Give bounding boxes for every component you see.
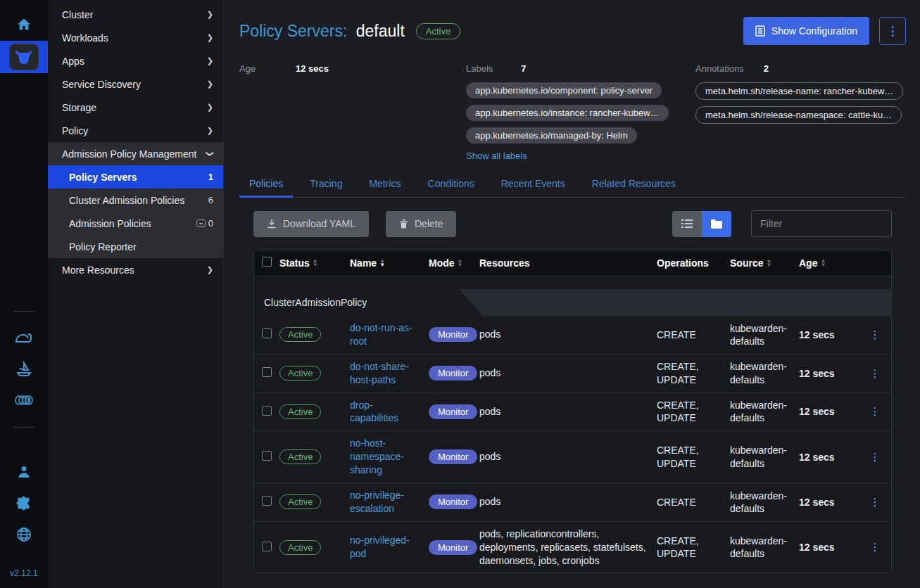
table-row[interactable]: Active do-not-run-as-root Monitor pods C…: [254, 316, 891, 354]
annotations-count: 2: [764, 63, 769, 74]
row-source: kubewarden-defaults: [730, 529, 799, 565]
row-checkbox[interactable]: [262, 406, 272, 416]
mode-badge: Monitor: [429, 540, 477, 555]
row-checkbox[interactable]: [262, 542, 272, 551]
row-age: 12 secs: [799, 536, 861, 558]
row-kebab-menu-button[interactable]: ⋮: [861, 367, 889, 380]
extensions-button[interactable]: [0, 488, 48, 519]
row-checkbox[interactable]: [262, 367, 272, 377]
cluster-shortcut-2[interactable]: [0, 354, 48, 385]
group-view-button[interactable]: [702, 211, 731, 237]
row-kebab-menu-button[interactable]: ⋮: [861, 496, 889, 509]
select-all-checkbox[interactable]: [262, 257, 272, 267]
row-source: kubewarden-defaults: [730, 317, 799, 353]
list-view-icon: [681, 219, 693, 228]
policy-name-link[interactable]: no-privilege-escalation: [350, 489, 424, 516]
sidebar-item-label: Policy: [62, 125, 207, 136]
row-checkbox[interactable]: [262, 496, 272, 506]
kubewarden-bull-icon: [9, 44, 39, 70]
chevron-right-icon: ❯: [207, 103, 213, 112]
policy-name-link[interactable]: no-privileged-pod: [350, 534, 424, 561]
column-header-status[interactable]: Status ▲▼: [279, 257, 350, 269]
table-row[interactable]: Active no-privileged-pod Monitor pods, r…: [254, 522, 891, 573]
row-kebab-menu-button[interactable]: ⋮: [861, 328, 889, 341]
policy-name-link[interactable]: do-not-run-as-root: [350, 321, 424, 348]
row-checkbox[interactable]: [262, 328, 272, 338]
row-operations: CREATE, UPDATE: [657, 529, 730, 565]
column-header-age[interactable]: Age ▲▼: [799, 257, 861, 269]
sidebar-item-service-discovery[interactable]: Service Discovery ❯: [48, 72, 223, 96]
sidebar-item-label: Workloads: [62, 32, 207, 44]
sidebar-item-more-resources[interactable]: More Resources ❯: [48, 258, 223, 281]
show-all-labels-link[interactable]: Show all labels: [466, 151, 527, 161]
sidebar-item-policy[interactable]: Policy ❯: [48, 119, 223, 142]
column-header-resources[interactable]: Resources: [479, 257, 657, 269]
table-row[interactable]: Active no-host-namespace-sharing Monitor…: [254, 431, 891, 483]
table-row[interactable]: Active do-not-share-host-paths Monitor p…: [254, 354, 891, 393]
row-resources: pods: [479, 400, 657, 424]
resource-details: Age 12 secs Labels 7 app.kubernetes.io/c…: [239, 63, 906, 162]
row-kebab-menu-button[interactable]: ⋮: [861, 541, 889, 554]
cluster-shortcut-1[interactable]: [0, 323, 48, 354]
delete-label: Delete: [415, 218, 443, 229]
policy-name-link[interactable]: no-host-namespace-sharing: [350, 437, 424, 477]
sidebar-item-storage[interactable]: Storage ❯: [48, 96, 223, 119]
tab-conditions[interactable]: Conditions: [418, 172, 484, 197]
sidebar-item-cluster-admission-policies[interactable]: Cluster Admission Policies 6: [48, 188, 223, 212]
show-configuration-button[interactable]: Show Configuration: [743, 17, 869, 45]
annotation-chip: meta.helm.sh/release-namespace: cattle-k…: [695, 106, 902, 124]
chevron-right-icon: ❯: [207, 79, 213, 89]
rail-divider-top: [13, 311, 34, 312]
rail-middle-group: [0, 311, 48, 428]
sidebar-item-policy-reporter[interactable]: Policy Reporter: [48, 235, 223, 258]
download-yaml-button[interactable]: Download YAML: [253, 211, 369, 237]
column-header-source[interactable]: Source ▲▼: [730, 257, 799, 269]
sidebar-item-workloads[interactable]: Workloads ❯: [48, 26, 223, 49]
tab-tracing[interactable]: Tracing: [300, 172, 352, 197]
sidebar-item-apps[interactable]: Apps ❯: [48, 49, 223, 72]
page-title-name: default: [356, 22, 405, 40]
table-row[interactable]: Active drop-capabilities Monitor pods CR…: [254, 393, 891, 432]
table-group-band: ClusterAdmissionPolicy: [254, 289, 891, 316]
sidebar-item-policy-servers[interactable]: Policy Servers 1: [48, 165, 223, 188]
age-field: Age 12 secs: [239, 63, 466, 74]
table-row[interactable]: Active no-privilege-escalation Monitor p…: [254, 483, 891, 522]
chevron-down-icon: ❯: [206, 151, 215, 157]
rail-divider-bottom: [13, 427, 34, 428]
header-kebab-menu-button[interactable]: ⋮: [879, 17, 906, 45]
row-kebab-menu-button[interactable]: ⋮: [861, 451, 889, 464]
sidebar-item-label: Cluster: [62, 9, 207, 20]
column-header-mode[interactable]: Mode ▲▼: [429, 257, 479, 269]
label-chip: app.kubernetes.io/component: policy-serv…: [466, 82, 662, 98]
kubewarden-product-button[interactable]: [0, 41, 48, 73]
row-kebab-menu-button[interactable]: ⋮: [861, 405, 889, 418]
policy-name-link[interactable]: drop-capabilities: [350, 399, 424, 426]
rail-bottom-group: [0, 457, 48, 550]
row-checkbox[interactable]: [262, 451, 272, 461]
list-view-button[interactable]: [672, 211, 702, 237]
row-operations: CREATE, UPDATE: [657, 438, 730, 475]
sidebar-item-cluster[interactable]: Cluster ❯: [48, 3, 223, 26]
page-header: Policy Servers: default Active Show Conf…: [239, 17, 906, 45]
delete-button[interactable]: Delete: [386, 211, 456, 237]
policy-name-link[interactable]: do-not-share-host-paths: [350, 360, 424, 387]
row-resources: pods: [479, 490, 657, 514]
tab-metrics[interactable]: Metrics: [359, 172, 410, 197]
chevron-right-icon: ❯: [207, 56, 213, 65]
tab-related-resources[interactable]: Related Resources: [582, 172, 686, 197]
policies-panel: Download YAML Delete: [239, 198, 906, 573]
sidebar-group-header[interactable]: Admission Policy Management ❯: [48, 142, 223, 165]
user-menu-button[interactable]: [0, 457, 48, 488]
cluster-shortcut-3[interactable]: [0, 385, 48, 416]
home-button[interactable]: [0, 8, 48, 41]
column-header-name[interactable]: Name ▲▼: [350, 257, 429, 269]
table-header-row: Status ▲▼ Name ▲▼ Mode ▲▼ Resources: [254, 250, 891, 276]
sidebar-item-admission-policies[interactable]: Admission Policies 0: [48, 212, 223, 235]
tab-recent-events[interactable]: Recent Events: [491, 172, 575, 197]
tab-policies[interactable]: Policies: [239, 172, 293, 197]
locale-button[interactable]: [0, 519, 48, 550]
filter-input[interactable]: [751, 210, 892, 237]
column-header-operations[interactable]: Operations: [657, 257, 730, 269]
age-label: Age: [239, 63, 296, 74]
row-age: 12 secs: [799, 362, 861, 385]
